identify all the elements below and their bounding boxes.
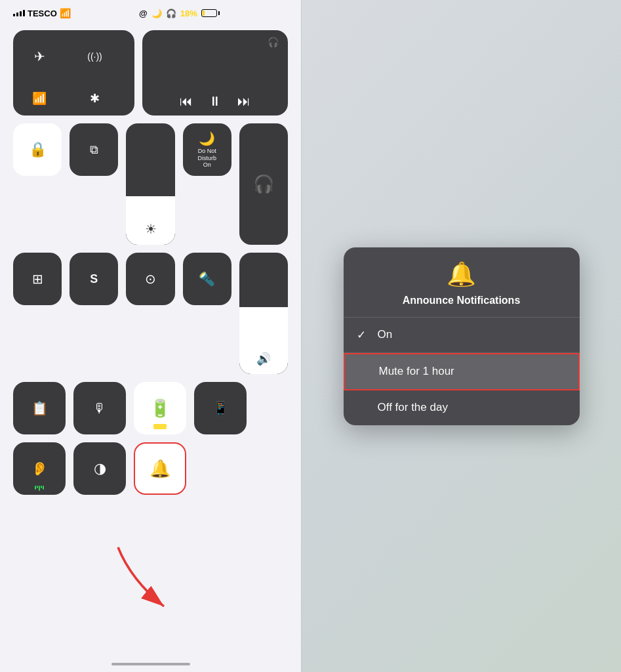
voice-memos-tile[interactable]: 🎙	[73, 382, 126, 434]
connectivity-tile: ✈ ((·)) 📶 ✱	[13, 30, 134, 116]
hearing-indicator	[35, 486, 44, 491]
dnd-label: Do NotDisturbOn	[197, 148, 216, 169]
control-center-grid: ✈ ((·)) 📶 ✱ 🎧 ⏮ ⏸ ⏭ 🔒	[0, 24, 301, 508]
battery-indicator	[153, 424, 167, 429]
carrier-name: TESCO	[28, 9, 57, 18]
brightness-tile[interactable]: ☀	[126, 123, 174, 245]
screen-lock-tile[interactable]: 🔒	[13, 123, 62, 176]
hearing-tile[interactable]: 👂	[13, 442, 66, 495]
status-left: TESCO 📶	[13, 8, 71, 18]
rewind-button[interactable]: ⏮	[180, 94, 193, 109]
headphone-icon: 🎧	[166, 9, 176, 18]
airplane-button[interactable]: ✈	[21, 38, 58, 75]
popup-title: Announce Notifications	[403, 295, 521, 306]
row-apps: ⊞ S ⊙ 🔦 🔊	[13, 253, 288, 374]
status-center: @ 🌙 🎧 18%	[139, 9, 220, 18]
cellular-button[interactable]: ((·))	[77, 38, 113, 75]
row-connectivity-media: ✈ ((·)) 📶 ✱ 🎧 ⏮ ⏸ ⏭	[13, 30, 288, 116]
screen-mirror-tile[interactable]: ⧉	[70, 123, 118, 176]
forward-button[interactable]: ⏭	[237, 94, 250, 109]
notes-tile[interactable]: 📋	[13, 382, 66, 434]
lock-icon: 🔒	[29, 141, 47, 158]
battery-tile[interactable]: 🔋	[134, 382, 186, 434]
shazam-icon: S	[90, 272, 98, 286]
row-tools: 🔒 ⧉ ☀ 🌙 Do NotDisturbOn 🎧	[13, 123, 288, 245]
airpods-icon: 🎧	[268, 37, 279, 47]
checkmark-icon: ✓	[357, 328, 370, 342]
mirror-icon: ⧉	[90, 143, 98, 157]
airpods-tile-icon: 🎧	[253, 174, 274, 194]
dark-mode-icon: ◑	[94, 460, 106, 477]
hearing-icon: 👂	[31, 461, 48, 476]
media-controls: ⏮ ⏸ ⏭	[151, 94, 279, 109]
announce-notifications-tile[interactable]: 🔔	[134, 442, 186, 495]
status-bar: TESCO 📶 @ 🌙 🎧 18%	[0, 0, 301, 24]
remote-icon: 📱	[212, 400, 229, 416]
right-panel: 🔔 Announce Notifications ✓ On ✓ Mute for…	[302, 0, 621, 672]
popup-bell-icon: 🔔	[447, 261, 476, 288]
screen-record-tile[interactable]: ⊙	[126, 253, 174, 305]
battery-tip	[218, 11, 220, 15]
signal-bar-1	[13, 14, 15, 16]
red-arrow	[79, 541, 197, 620]
popup-on-text: On	[378, 328, 393, 341]
volume-tile[interactable]: 🔊	[239, 253, 288, 374]
home-indicator	[111, 663, 190, 665]
row-utilities: 📋 🎙 🔋 📱	[13, 382, 288, 434]
bluetooth-button[interactable]: ✱	[77, 80, 113, 117]
shazam-tile[interactable]: S	[70, 253, 118, 305]
battery-percent: 18%	[180, 9, 197, 18]
play-pause-button[interactable]: ⏸	[209, 94, 222, 109]
airpods-tile[interactable]: 🎧	[239, 123, 288, 245]
do-not-disturb-tile[interactable]: 🌙 Do NotDisturbOn	[183, 123, 231, 176]
calculator-tile[interactable]: ⊞	[13, 253, 62, 305]
remote-tile[interactable]: 📱	[194, 382, 247, 434]
voice-memos-icon: 🎙	[93, 401, 106, 416]
signal-bar-4	[23, 10, 25, 16]
popup-item-off-day[interactable]: ✓ Off for the day	[344, 390, 580, 425]
brightness-fill	[126, 196, 174, 245]
notes-icon: 📋	[31, 400, 48, 416]
media-tile: 🎧 ⏮ ⏸ ⏭	[142, 30, 288, 116]
volume-icon: 🔊	[256, 352, 271, 366]
battery-body	[201, 9, 217, 17]
popup-mute-text: Mute for 1 hour	[379, 365, 454, 378]
battery-fill	[203, 10, 205, 16]
moon-icon: 🌙	[151, 9, 162, 18]
moon-dnd-icon: 🌙	[199, 131, 215, 146]
iphone-screen: TESCO 📶 @ 🌙 🎧 18% ✈ ((·)) 📶	[0, 0, 302, 672]
flashlight-tile[interactable]: 🔦	[183, 253, 231, 305]
airpods-indicator: 🎧	[151, 37, 279, 47]
wifi-icon: 📶	[60, 8, 71, 18]
brightness-icon: ☀	[145, 221, 157, 237]
announce-notifications-popup: 🔔 Announce Notifications ✓ On ✓ Mute for…	[344, 247, 580, 425]
popup-header: 🔔 Announce Notifications	[344, 247, 580, 318]
announce-bell-icon: 🔔	[150, 459, 170, 479]
wifi-button[interactable]: 📶	[21, 80, 58, 117]
row-accessibility: 👂 ◑ 🔔	[13, 442, 288, 495]
battery-tile-icon: 🔋	[150, 398, 170, 419]
record-icon: ⊙	[145, 271, 156, 287]
battery-icon	[201, 9, 220, 17]
signal-bar-3	[20, 11, 22, 16]
popup-item-on[interactable]: ✓ On	[344, 318, 580, 353]
at-icon: @	[139, 9, 148, 18]
signal-bars	[13, 10, 25, 16]
calculator-icon: ⊞	[32, 271, 43, 287]
popup-item-mute-hour[interactable]: ✓ Mute for 1 hour	[344, 353, 580, 390]
popup-off-text: Off for the day	[378, 401, 448, 414]
flashlight-icon: 🔦	[199, 271, 215, 287]
signal-bar-2	[16, 12, 18, 16]
dark-mode-tile[interactable]: ◑	[73, 442, 126, 495]
